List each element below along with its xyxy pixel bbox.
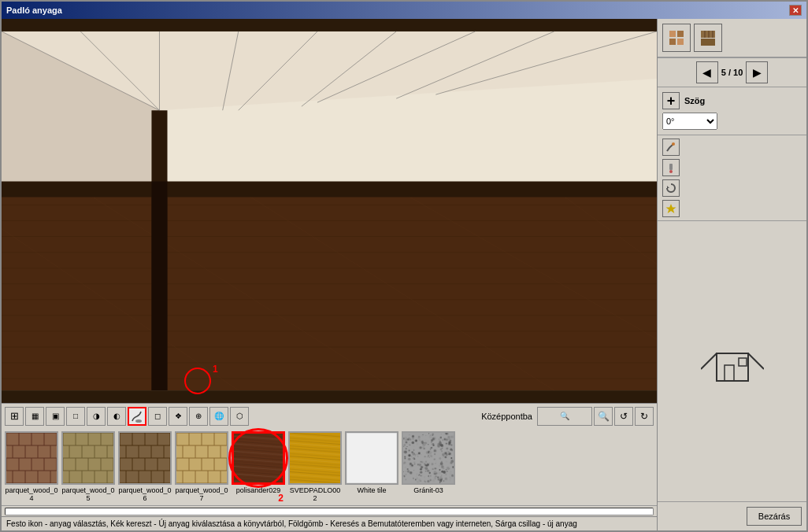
toolbar-btn-5[interactable]: ◑ (87, 407, 106, 426)
left-panel: ⊞ ▦ ▣ □ ◑ ◐ ◻ ❖ ⊕ 🌐 ⬡ (2, 19, 657, 530)
right-top-buttons (658, 19, 806, 57)
title-bar: Padló anyaga ✕ (2, 2, 806, 19)
material-label-8: Gránit-03 (413, 486, 443, 494)
add-material-btn[interactable]: + (662, 92, 680, 109)
reset-btn[interactable] (662, 179, 680, 197)
next-page-btn[interactable]: ▶ (746, 61, 768, 83)
toolbar-btn-3[interactable]: ▣ (46, 407, 65, 426)
toolbar-btn-2[interactable]: ▦ (25, 407, 44, 426)
toolbar-btn-8[interactable]: ◻ (148, 407, 167, 426)
angle-section: + Szög 0° 45° 90° 135° (658, 87, 806, 135)
center-label: Középpontba (481, 412, 532, 421)
preview-icon (701, 330, 764, 393)
preview-area (658, 220, 806, 501)
main-window: Padló anyaga ✕ (0, 0, 808, 532)
search-field-btn[interactable]: 🔍 (537, 407, 592, 426)
page-info: 5 / 10 (721, 68, 743, 77)
svg-marker-22 (2, 181, 657, 197)
page-nav: ◀ 5 / 10 ▶ (658, 57, 806, 87)
material-item-2[interactable]: parquet_wood_05 (61, 431, 115, 502)
angle-select[interactable]: 0° 45° 90° 135° (662, 113, 717, 130)
material-thumb-4 (175, 431, 228, 485)
toolbar-btn-12[interactable]: ⬡ (230, 407, 249, 426)
svg-rect-45 (669, 164, 673, 170)
svg-line-50 (701, 353, 717, 369)
material-label-7: White tile (357, 486, 386, 494)
svg-marker-47 (667, 186, 669, 188)
material-item-4[interactable]: parquet_wood_07 (175, 431, 228, 502)
favorite-btn[interactable] (662, 200, 680, 217)
svg-marker-4 (2, 189, 657, 390)
materials-row: parquet_wood_04 parquet_wood_05 parquet_… (2, 428, 657, 516)
toolbar-btn-9[interactable]: ❖ (169, 407, 187, 426)
svg-rect-35 (669, 31, 676, 37)
scrollbar-row (2, 505, 657, 516)
toolbar-btn-paint[interactable] (128, 407, 146, 426)
svg-marker-24 (151, 181, 167, 390)
material-label-4: parquet_wood_07 (175, 486, 228, 502)
material-thumb-8 (402, 431, 455, 485)
svg-line-51 (748, 353, 764, 369)
toolbar-row: ⊞ ▦ ▣ □ ◑ ◐ ◻ ❖ ⊕ 🌐 ⬡ (2, 403, 657, 428)
paint-tool-btn[interactable] (662, 139, 680, 156)
material-thumb-2 (61, 431, 115, 485)
material-thumb-6 (288, 431, 342, 485)
material-item-7[interactable]: White tile (345, 431, 398, 502)
zoom-in-btn[interactable]: 🔍 (594, 407, 613, 426)
status-text: Festo ikon - anyag választás, Kék keresz… (6, 519, 577, 528)
material-thumb-1 (5, 431, 58, 485)
material-label-1: parquet_wood_04 (5, 486, 58, 502)
toolbar-right: 🔍 ↺ ↻ (594, 407, 654, 426)
status-bar: Festo ikon - anyag választás, Kék keresz… (2, 516, 657, 530)
material-item-5[interactable]: polisander029 2 (232, 431, 285, 502)
svg-rect-38 (677, 39, 684, 45)
rotate-left-btn[interactable]: ↺ (614, 407, 633, 426)
close-window-button[interactable]: ✕ (789, 5, 802, 16)
material-btn-2[interactable] (694, 24, 722, 52)
toolbar-btn-11[interactable]: 🌐 (209, 407, 228, 426)
svg-point-44 (672, 142, 675, 146)
close-btn-row: Bezárás (658, 501, 806, 530)
material-thumb-5 (232, 431, 285, 485)
material-item-1[interactable]: parquet_wood_04 (5, 431, 58, 502)
toolbar-btn-1[interactable]: ⊞ (5, 407, 24, 426)
materials-list: parquet_wood_04 parquet_wood_05 parquet_… (2, 428, 657, 505)
viewport (2, 19, 657, 403)
svg-rect-37 (669, 39, 676, 45)
toolbar-btn-4[interactable]: □ (66, 407, 85, 426)
rotate-right-btn[interactable]: ↻ (635, 407, 654, 426)
material-label-6: SVEDPADLO002 (288, 486, 342, 502)
svg-point-46 (669, 170, 673, 173)
material-item-6[interactable]: SVEDPADLO002 (288, 431, 342, 502)
angle-label: Szög (684, 96, 705, 105)
toolbar-btn-10[interactable]: ⊕ (189, 407, 208, 426)
eyedropper-btn[interactable] (662, 159, 680, 176)
close-dialog-button[interactable]: Bezárás (747, 507, 802, 526)
main-area: ⊞ ▦ ▣ □ ◑ ◐ ◻ ❖ ⊕ 🌐 ⬡ (2, 19, 806, 530)
material-label-3: parquet_wood_06 (118, 486, 172, 502)
material-item-8[interactable]: Gránit-03 (402, 431, 455, 502)
window-title: Padló anyaga (6, 6, 62, 15)
center-section: Középpontba (481, 412, 532, 421)
material-thumb-3 (118, 431, 172, 485)
prev-page-btn[interactable]: ◀ (696, 61, 718, 83)
scrollbar-track[interactable] (5, 508, 654, 515)
toolbar-btn-6[interactable]: ◐ (107, 407, 126, 426)
tool-buttons (658, 135, 806, 220)
svg-rect-36 (677, 31, 684, 37)
svg-rect-53 (739, 358, 747, 366)
material-label-2: parquet_wood_05 (61, 486, 115, 502)
right-panel: ◀ 5 / 10 ▶ + Szög 0° 45° 90° 135° (657, 19, 806, 530)
svg-marker-48 (666, 204, 676, 213)
svg-rect-43 (701, 39, 715, 46)
material-item-3[interactable]: parquet_wood_06 (118, 431, 172, 502)
svg-point-34 (135, 419, 142, 423)
material-thumb-7 (345, 431, 398, 485)
material-label-5: polisander029 (236, 486, 281, 494)
material-btn-1[interactable] (662, 24, 691, 52)
svg-rect-52 (725, 365, 734, 381)
